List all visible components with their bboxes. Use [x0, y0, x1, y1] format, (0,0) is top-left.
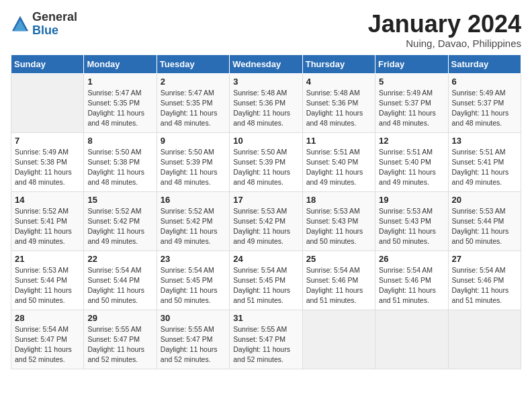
day-info-text: Sunset: 5:47 PM: [233, 334, 298, 345]
day-info-text: Daylight: 11 hours: [161, 226, 226, 236]
calendar-cell: 5Sunrise: 5:49 AMSunset: 5:37 PMDaylight…: [375, 73, 448, 132]
day-info-text: Daylight: 11 hours: [306, 108, 371, 118]
day-info-text: Daylight: 11 hours: [15, 285, 80, 295]
day-info-text: Daylight: 11 hours: [161, 108, 226, 118]
calendar-cell: [448, 310, 521, 369]
day-number: 30: [161, 313, 226, 323]
month-title: January 2024: [368, 11, 521, 38]
day-info-text: Sunset: 5:36 PM: [306, 98, 371, 108]
calendar-cell: 12Sunrise: 5:51 AMSunset: 5:40 PMDayligh…: [375, 132, 448, 191]
day-info-text: and 51 minutes.: [379, 295, 444, 306]
day-number: 21: [15, 254, 80, 264]
day-info-text: Sunset: 5:41 PM: [15, 216, 80, 226]
week-row-3: 14Sunrise: 5:52 AMSunset: 5:41 PMDayligh…: [11, 191, 521, 250]
day-info-text: Sunset: 5:36 PM: [233, 98, 298, 108]
day-info-text: and 49 minutes.: [87, 236, 152, 246]
day-number: 29: [87, 313, 152, 323]
day-info-text: Sunrise: 5:53 AM: [452, 206, 517, 216]
day-info-text: Sunset: 5:35 PM: [161, 98, 226, 108]
calendar-cell: 18Sunrise: 5:53 AMSunset: 5:43 PMDayligh…: [302, 191, 375, 250]
day-info-text: Sunset: 5:43 PM: [379, 216, 444, 226]
day-info-text: Sunrise: 5:49 AM: [379, 88, 444, 98]
calendar-cell: 11Sunrise: 5:51 AMSunset: 5:40 PMDayligh…: [302, 132, 375, 191]
day-info-text: and 49 minutes.: [233, 236, 298, 246]
title-section: January 2024 Nuing, Davao, Philippines: [368, 11, 521, 49]
day-info-text: Sunset: 5:44 PM: [87, 275, 152, 285]
day-number: 12: [379, 136, 444, 146]
day-info-text: and 49 minutes.: [379, 177, 444, 187]
day-info-text: and 49 minutes.: [306, 177, 371, 187]
day-info-text: Sunrise: 5:53 AM: [306, 206, 371, 216]
calendar-cell: 23Sunrise: 5:54 AMSunset: 5:45 PMDayligh…: [157, 250, 229, 310]
day-info-text: Sunrise: 5:53 AM: [379, 206, 444, 216]
day-info-text: and 48 minutes.: [233, 118, 298, 128]
day-info-text: Daylight: 11 hours: [161, 285, 226, 295]
day-info-text: Sunrise: 5:49 AM: [452, 88, 517, 98]
day-info-text: Sunset: 5:40 PM: [306, 157, 371, 167]
day-number: 25: [306, 254, 371, 264]
day-info-text: Daylight: 11 hours: [306, 285, 371, 295]
day-info-text: Sunrise: 5:50 AM: [161, 147, 226, 157]
day-info-text: Sunrise: 5:54 AM: [379, 265, 444, 275]
day-number: 8: [87, 136, 152, 146]
day-info-text: and 48 minutes.: [452, 118, 517, 128]
calendar-cell: 1Sunrise: 5:47 AMSunset: 5:35 PMDaylight…: [84, 73, 157, 132]
day-info-text: and 52 minutes.: [87, 355, 152, 365]
week-row-2: 7Sunrise: 5:49 AMSunset: 5:38 PMDaylight…: [11, 132, 521, 191]
day-info-text: and 48 minutes.: [161, 118, 226, 128]
day-info-text: Sunset: 5:45 PM: [233, 275, 298, 285]
calendar-cell: 10Sunrise: 5:50 AMSunset: 5:39 PMDayligh…: [230, 132, 302, 191]
day-number: 13: [452, 136, 517, 146]
day-info-text: Sunset: 5:42 PM: [233, 216, 298, 226]
calendar-cell: 21Sunrise: 5:53 AMSunset: 5:44 PMDayligh…: [11, 250, 84, 310]
day-info-text: Sunset: 5:41 PM: [452, 157, 517, 167]
day-info-text: Daylight: 11 hours: [306, 167, 371, 177]
day-info-text: Sunrise: 5:52 AM: [87, 206, 152, 216]
day-info-text: Sunrise: 5:53 AM: [233, 206, 298, 216]
day-number: 23: [161, 254, 226, 264]
calendar-cell: 8Sunrise: 5:50 AMSunset: 5:38 PMDaylight…: [84, 132, 157, 191]
week-row-4: 21Sunrise: 5:53 AMSunset: 5:44 PMDayligh…: [11, 250, 521, 310]
day-info-text: Sunrise: 5:52 AM: [161, 206, 226, 216]
calendar-cell: 29Sunrise: 5:55 AMSunset: 5:47 PMDayligh…: [84, 310, 157, 369]
day-info-text: Sunset: 5:47 PM: [15, 334, 80, 345]
calendar-cell: 19Sunrise: 5:53 AMSunset: 5:43 PMDayligh…: [375, 191, 448, 250]
day-info-text: and 50 minutes.: [452, 236, 517, 246]
day-info-text: Sunrise: 5:50 AM: [233, 147, 298, 157]
day-info-text: Daylight: 11 hours: [87, 167, 152, 177]
day-number: 26: [379, 254, 444, 264]
calendar-cell: 31Sunrise: 5:55 AMSunset: 5:47 PMDayligh…: [230, 310, 302, 369]
day-info-text: Sunset: 5:37 PM: [452, 98, 517, 108]
calendar-cell: 26Sunrise: 5:54 AMSunset: 5:46 PMDayligh…: [375, 250, 448, 310]
weekday-header-friday: Friday: [375, 54, 448, 73]
calendar-cell: 25Sunrise: 5:54 AMSunset: 5:46 PMDayligh…: [302, 250, 375, 310]
day-info-text: Sunrise: 5:48 AM: [306, 88, 371, 98]
day-info-text: and 48 minutes.: [15, 177, 80, 187]
day-info-text: Sunset: 5:45 PM: [161, 275, 226, 285]
day-info-text: Daylight: 11 hours: [452, 285, 517, 295]
calendar-cell: 16Sunrise: 5:52 AMSunset: 5:42 PMDayligh…: [157, 191, 229, 250]
weekday-header-tuesday: Tuesday: [157, 54, 229, 73]
day-info-text: Sunrise: 5:54 AM: [15, 324, 80, 334]
day-info-text: and 50 minutes.: [306, 236, 371, 246]
day-info-text: and 48 minutes.: [87, 118, 152, 128]
day-info-text: Daylight: 11 hours: [161, 167, 226, 177]
day-number: 27: [452, 254, 517, 264]
day-number: 18: [306, 195, 371, 205]
day-info-text: Sunrise: 5:48 AM: [233, 88, 298, 98]
calendar-cell: 15Sunrise: 5:52 AMSunset: 5:42 PMDayligh…: [84, 191, 157, 250]
day-info-text: and 49 minutes.: [161, 236, 226, 246]
day-info-text: Sunrise: 5:54 AM: [87, 265, 152, 275]
location: Nuing, Davao, Philippines: [368, 38, 521, 49]
day-info-text: Sunrise: 5:51 AM: [452, 147, 517, 157]
day-info-text: and 50 minutes.: [161, 295, 226, 306]
day-info-text: Sunset: 5:46 PM: [379, 275, 444, 285]
calendar-cell: 3Sunrise: 5:48 AMSunset: 5:36 PMDaylight…: [230, 73, 302, 132]
day-info-text: and 52 minutes.: [15, 355, 80, 365]
logo: General Blue: [11, 11, 77, 38]
day-number: 5: [379, 77, 444, 87]
day-info-text: and 50 minutes.: [15, 295, 80, 306]
day-info-text: Sunrise: 5:55 AM: [87, 324, 152, 334]
day-info-text: and 52 minutes.: [233, 355, 298, 365]
day-info-text: Sunrise: 5:55 AM: [233, 324, 298, 334]
